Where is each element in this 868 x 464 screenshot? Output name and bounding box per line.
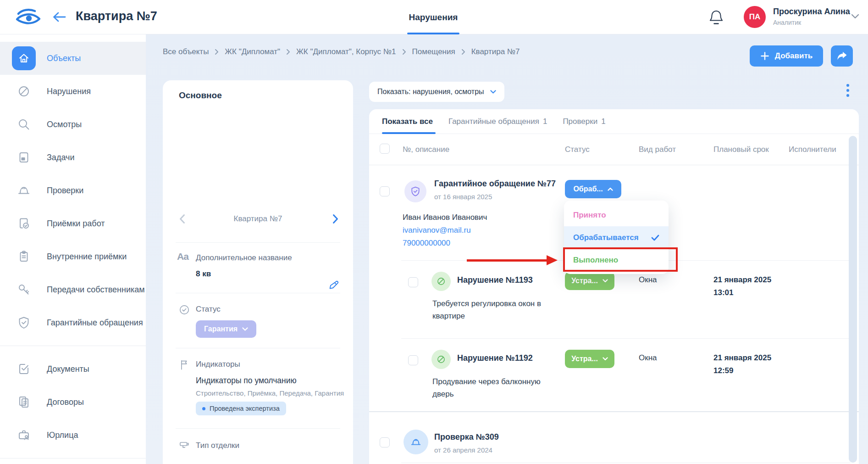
app-header: Квартира №7 Нарушения ПА Проскурина Алин… — [0, 0, 868, 34]
status-warranty-dropdown[interactable]: Гарантия — [196, 320, 256, 338]
tab-checks[interactable]: Проверки1 — [563, 117, 605, 126]
violation-status-dropdown-button[interactable]: Устра... — [565, 350, 614, 368]
sidebar-item-work-acceptance[interactable]: Приёмки работ — [0, 207, 146, 240]
user-avatar[interactable]: ПА — [744, 6, 766, 28]
main-area: Все объекты ЖК "Дипломат" ЖК "Дипломат",… — [146, 34, 868, 464]
sidebar-item-checks[interactable]: Проверки — [0, 174, 146, 207]
share-button[interactable] — [831, 45, 853, 67]
status-option-accepted[interactable]: Принято — [564, 204, 669, 226]
header-tab-underline — [407, 33, 459, 34]
violation-title[interactable]: Нарушение №1192 — [457, 353, 533, 363]
sidebar-item-label: Задачи — [47, 153, 74, 162]
sidebar-item-label: Передачи собственникам — [47, 285, 145, 295]
warranty-status-dropdown-button[interactable]: Обраб... — [565, 180, 621, 198]
prohibition-icon — [12, 79, 36, 103]
inspection-title[interactable]: Проверка №309 — [434, 432, 499, 442]
planned-date: 21 января 202512:59 — [713, 352, 771, 377]
sidebar-item-label: Нарушения — [47, 87, 91, 96]
back-button[interactable] — [51, 10, 67, 24]
breadcrumb-link[interactable]: ЖК "Дипломат", Корпус №1 — [296, 47, 396, 56]
divider — [176, 293, 340, 293]
circle-check-icon — [178, 303, 192, 317]
sidebar-item-legal-entities[interactable]: Юрлица — [0, 419, 146, 452]
edit-pencil-icon[interactable] — [327, 279, 340, 292]
row-checkbox[interactable] — [408, 355, 418, 365]
sidebar-item-internal-acceptance[interactable]: Внутренние приёмки — [0, 240, 146, 273]
breadcrumb-link[interactable]: Помещения — [412, 47, 455, 56]
chevron-right-icon — [461, 49, 465, 55]
show-filter-label: Показать: нарушения, осмотры — [377, 88, 484, 96]
breadcrumb-link[interactable]: Все объекты — [163, 47, 209, 56]
contact-email-link[interactable]: ivanivanov@mail.ru — [403, 226, 471, 235]
sidebar-item-label: Объекты — [47, 54, 81, 63]
user-role: Аналитик — [773, 19, 801, 26]
violation-title[interactable]: Нарушение №1193 — [457, 275, 533, 285]
photo-carousel: Квартира №7 — [163, 212, 353, 226]
add-button[interactable]: Добавить — [750, 45, 823, 67]
sidebar-item-documents[interactable]: Документы — [0, 352, 146, 386]
violation-status-dropdown-button[interactable]: Устра... — [565, 272, 614, 290]
carousel-next-icon[interactable] — [332, 214, 338, 224]
more-options-kebab-icon[interactable] — [846, 84, 850, 99]
share-arrow-icon — [836, 51, 847, 61]
header-tab-violations[interactable]: Нарушения — [407, 0, 459, 34]
table-row-inspection[interactable]: Проверка №309 от 26 апреля 2024 — [369, 412, 859, 464]
shield-check-icon — [12, 311, 36, 335]
sidebar-item-label: Проверки — [47, 186, 83, 196]
contact-phone-link[interactable]: 79000000000 — [403, 239, 450, 248]
row-checkbox[interactable] — [380, 437, 390, 447]
chevron-down-icon — [242, 327, 248, 331]
sidebar-item-inspections[interactable]: Осмотры — [0, 108, 146, 141]
clipboard-lines-icon — [12, 245, 36, 268]
show-filter-dropdown[interactable]: Показать: нарушения, осмотры — [369, 82, 504, 102]
row-checkbox[interactable] — [380, 186, 390, 196]
doc-check-icon — [12, 357, 36, 381]
table-header: №, описание Статус Вид работ Плановый ср… — [369, 134, 859, 165]
indicators-label: Индикаторы — [196, 360, 240, 369]
app-logo-eye-icon[interactable] — [14, 7, 42, 28]
status-label: Статус — [196, 305, 221, 314]
divider — [176, 348, 340, 348]
violation-prohibition-icon — [431, 350, 451, 369]
table-row-violation[interactable]: Нарушение №1192 Устра... Окна 21 января … — [369, 339, 859, 412]
check-icon — [651, 235, 659, 241]
column-header: Статус — [565, 145, 590, 154]
sidebar-item-warranty-claims[interactable]: Гарантийные обращения — [0, 306, 146, 339]
sidebar-item-contracts[interactable]: Договоры — [0, 386, 146, 419]
tab-show-all[interactable]: Показать все — [382, 117, 433, 126]
work-type: Окна — [639, 353, 657, 363]
status-option-processing[interactable]: Обрабатывается — [564, 226, 669, 249]
vertical-scrollbar[interactable] — [849, 136, 857, 463]
chevron-up-icon — [608, 187, 613, 191]
breadcrumb: Все объекты ЖК "Дипломат" ЖК "Дипломат",… — [163, 47, 520, 56]
flag-icon — [178, 358, 192, 372]
chevron-down-icon — [603, 279, 608, 283]
row-checkbox[interactable] — [408, 277, 418, 287]
warranty-claim-title[interactable]: Гарантийное обращение №77 — [434, 179, 556, 189]
object-info-card: Основное Квартира №7 Aa Дополнительное н… — [163, 80, 353, 464]
user-menu-chevron-down-icon[interactable] — [851, 14, 859, 19]
briefcase-person-icon — [12, 423, 36, 447]
tab-count: 1 — [601, 117, 605, 126]
carousel-label: Квартира №7 — [163, 214, 353, 224]
search-icon — [12, 112, 36, 136]
sidebar-item-owner-handover[interactable]: Передачи собственникам — [0, 273, 146, 306]
violation-description: Продувание через балконную дверь — [432, 375, 556, 400]
breadcrumb-link[interactable]: ЖК "Дипломат" — [225, 47, 280, 56]
column-header: №, описание — [403, 145, 449, 154]
planned-date: 21 января 202513:01 — [713, 274, 771, 299]
notifications-bell-icon[interactable] — [708, 8, 725, 27]
user-name: Проскурина Алина — [773, 7, 850, 17]
sidebar-item-objects[interactable]: Объекты — [0, 42, 146, 75]
annotation-arrow — [467, 259, 547, 262]
sidebar-item-tasks[interactable]: Задачи — [0, 141, 146, 174]
select-all-checkbox[interactable] — [380, 144, 390, 154]
annotation-arrow-head — [547, 255, 558, 265]
expertise-badge-label: Проведена экспертиза — [210, 405, 280, 412]
sidebar-divider — [0, 346, 146, 346]
expertise-badge: Проведена экспертиза — [196, 402, 286, 415]
tab-warranty-claims[interactable]: Гарантийные обращения1 — [448, 117, 547, 126]
info-card-title: Основное — [179, 90, 222, 101]
sidebar-item-violations[interactable]: Нарушения — [0, 75, 146, 108]
records-panel: Показать все Гарантийные обращения1 Пров… — [369, 109, 859, 464]
